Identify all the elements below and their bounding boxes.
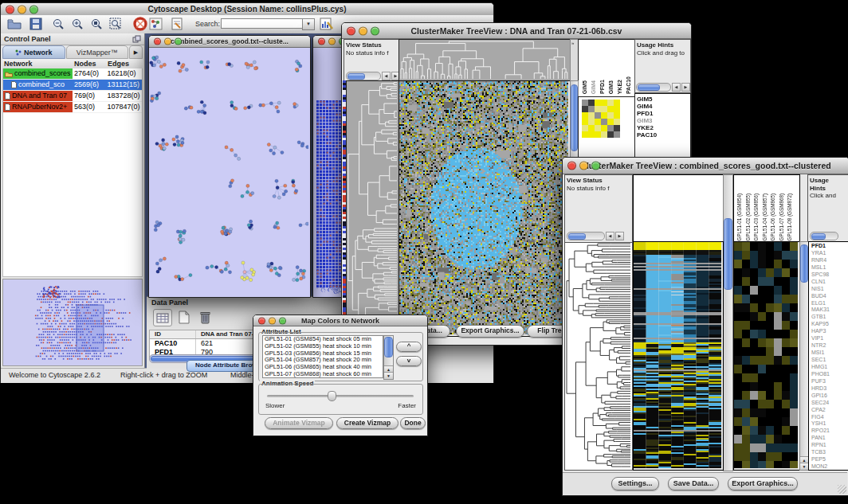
save-icon[interactable] bbox=[29, 18, 43, 30]
search-dropdown-icon[interactable]: ▼ bbox=[302, 18, 315, 30]
trash-icon[interactable] bbox=[196, 309, 214, 325]
matrix-cell[interactable] bbox=[582, 131, 588, 138]
matrix-cell[interactable] bbox=[614, 131, 620, 138]
matrix-cell[interactable] bbox=[601, 125, 607, 131]
minimize-icon[interactable] bbox=[18, 5, 26, 14]
left-arrow-icon[interactable]: ◀ bbox=[382, 72, 391, 80]
zoom-window-icon[interactable] bbox=[175, 38, 182, 45]
matrix-cell[interactable] bbox=[582, 119, 588, 125]
settings-button[interactable]: Settings... bbox=[611, 477, 659, 490]
matrix-cell[interactable] bbox=[607, 119, 614, 125]
minimize-icon[interactable] bbox=[328, 38, 336, 45]
tv1-column-dendrogram[interactable] bbox=[399, 40, 568, 79]
tv2-zoom-heatmap-canvas[interactable] bbox=[734, 242, 798, 468]
matrix-cell[interactable] bbox=[595, 106, 601, 112]
zoom-window-icon[interactable] bbox=[371, 26, 379, 35]
tv2-main-scrollbar[interactable] bbox=[723, 174, 733, 471]
tab-vizmapper[interactable]: VizMapper™ bbox=[66, 45, 129, 59]
matrix-cell[interactable] bbox=[614, 100, 620, 106]
matrix-cell[interactable] bbox=[607, 106, 614, 112]
tv1-similarity-matrix[interactable] bbox=[582, 100, 620, 138]
matrix-cell[interactable] bbox=[588, 125, 595, 131]
attribute-item[interactable]: GPL51-04 (GSM857) heat shock 20 min bbox=[263, 357, 383, 364]
matrix-cell[interactable] bbox=[595, 131, 601, 138]
tab-network[interactable]: Network bbox=[2, 45, 65, 59]
matrix-cell[interactable] bbox=[588, 112, 595, 119]
table-icon[interactable] bbox=[153, 309, 172, 326]
left-arrow-icon[interactable]: ◀ bbox=[672, 83, 681, 92]
tv2-heatmap-canvas[interactable] bbox=[634, 242, 721, 468]
animation-speed-slider-thumb[interactable] bbox=[328, 391, 336, 401]
animate-vizmap-button[interactable]: Animate Vizmap bbox=[265, 417, 333, 429]
tv1-row-dendrogram[interactable] bbox=[347, 81, 397, 334]
network-overview-icon[interactable] bbox=[149, 18, 163, 30]
zoom-in-icon[interactable] bbox=[71, 18, 84, 31]
close-icon[interactable] bbox=[6, 5, 14, 14]
matrix-cell[interactable] bbox=[582, 106, 588, 112]
network-row[interactable]: DNA and Tran 07769(0)183728(0) bbox=[3, 91, 142, 102]
minimize-icon[interactable] bbox=[579, 162, 588, 170]
treeview2-title-bar[interactable]: ClusterMaker TreeView : combined_scores_… bbox=[563, 158, 848, 174]
zoom-window-icon[interactable] bbox=[279, 317, 286, 324]
export-graphics-button[interactable]: Export Graphics... bbox=[456, 325, 524, 338]
tv2-usage-slider[interactable] bbox=[810, 232, 838, 240]
matrix-cell[interactable] bbox=[601, 131, 607, 138]
matrix-cell[interactable] bbox=[582, 112, 588, 119]
window-controls[interactable] bbox=[6, 5, 38, 14]
matrix-cell[interactable] bbox=[614, 125, 620, 131]
matrix-cell[interactable] bbox=[607, 100, 614, 106]
matrix-cell[interactable] bbox=[614, 112, 620, 119]
matrix-cell[interactable] bbox=[607, 131, 614, 138]
tv2-row-dendrogram[interactable] bbox=[565, 243, 630, 468]
minimize-icon[interactable] bbox=[164, 38, 171, 45]
matrix-cell[interactable] bbox=[614, 119, 620, 125]
close-icon[interactable] bbox=[318, 38, 325, 45]
network-row[interactable]: combined_sco2569(6)13112(15) bbox=[3, 80, 142, 91]
search-input[interactable] bbox=[221, 18, 304, 29]
down-arrow-icon[interactable]: ▼ bbox=[384, 372, 393, 379]
minimize-icon[interactable] bbox=[269, 317, 276, 324]
main-title-bar[interactable]: Cytoscape Desktop (Session Name: collins… bbox=[1, 3, 493, 16]
matrix-cell[interactable] bbox=[601, 106, 607, 112]
move-down-button[interactable]: v bbox=[396, 356, 422, 366]
dialog-title-bar[interactable]: Map Colors to Network bbox=[253, 315, 427, 326]
matrix-cell[interactable] bbox=[595, 119, 601, 125]
close-icon[interactable] bbox=[567, 162, 576, 170]
birdseye-canvas[interactable] bbox=[3, 279, 142, 365]
save-data-button[interactable]: Save Data... bbox=[668, 477, 719, 490]
zoom-fit-icon[interactable] bbox=[109, 18, 123, 31]
matrix-cell[interactable] bbox=[588, 100, 595, 106]
close-icon[interactable] bbox=[347, 26, 355, 35]
right-arrow-icon[interactable]: ▶ bbox=[615, 232, 624, 240]
chart-edit-icon[interactable] bbox=[320, 18, 334, 30]
matrix-cell[interactable] bbox=[601, 100, 607, 106]
matrix-cell[interactable] bbox=[601, 119, 607, 125]
tv2-status-slider[interactable]: ◀ ▶ bbox=[567, 232, 624, 240]
left-arrow-icon[interactable]: ◀ bbox=[606, 232, 614, 240]
matrix-cell[interactable] bbox=[595, 112, 601, 119]
matrix-cell[interactable] bbox=[588, 106, 595, 112]
annotation-icon[interactable] bbox=[171, 18, 184, 30]
animation-speed-slider-track[interactable] bbox=[267, 395, 414, 397]
zoom-selected-icon[interactable] bbox=[90, 18, 104, 31]
create-vizmap-button[interactable]: Create Vizmap bbox=[336, 417, 398, 429]
tab-overflow-arrow[interactable]: ▶ bbox=[129, 45, 143, 59]
matrix-cell[interactable] bbox=[607, 112, 614, 119]
network-window-title-bar[interactable]: combined_scores_good.txt--cluste... bbox=[149, 36, 310, 48]
matrix-cell[interactable] bbox=[607, 125, 614, 131]
new-doc-icon[interactable] bbox=[175, 309, 193, 325]
matrix-cell[interactable] bbox=[601, 112, 607, 119]
network-row[interactable]: RNAPuberNov2+563(0)107847(0) bbox=[3, 102, 142, 113]
tv1-status-slider[interactable]: ◀ ▶ bbox=[346, 72, 399, 80]
zoom-window-icon[interactable] bbox=[29, 5, 38, 14]
minimize-icon[interactable] bbox=[359, 26, 367, 35]
attribute-list-scrollbar[interactable]: ▲ ▼ bbox=[383, 335, 394, 380]
attribute-item[interactable]: GPL51-03 (GSM856) heat shock 15 min bbox=[263, 350, 383, 357]
attribute-list[interactable]: GPL51-01 (GSM854) heat shock 05 minGPL51… bbox=[262, 335, 383, 378]
export-graphics-button[interactable]: Export Graphics... bbox=[728, 477, 798, 490]
matrix-cell[interactable] bbox=[582, 125, 588, 131]
matrix-cell[interactable] bbox=[595, 100, 601, 106]
matrix-cell[interactable] bbox=[588, 131, 595, 138]
float-panel-icon[interactable] bbox=[132, 35, 141, 43]
attribute-item[interactable]: GPL51-01 (GSM854) heat shock 05 min bbox=[263, 336, 383, 343]
